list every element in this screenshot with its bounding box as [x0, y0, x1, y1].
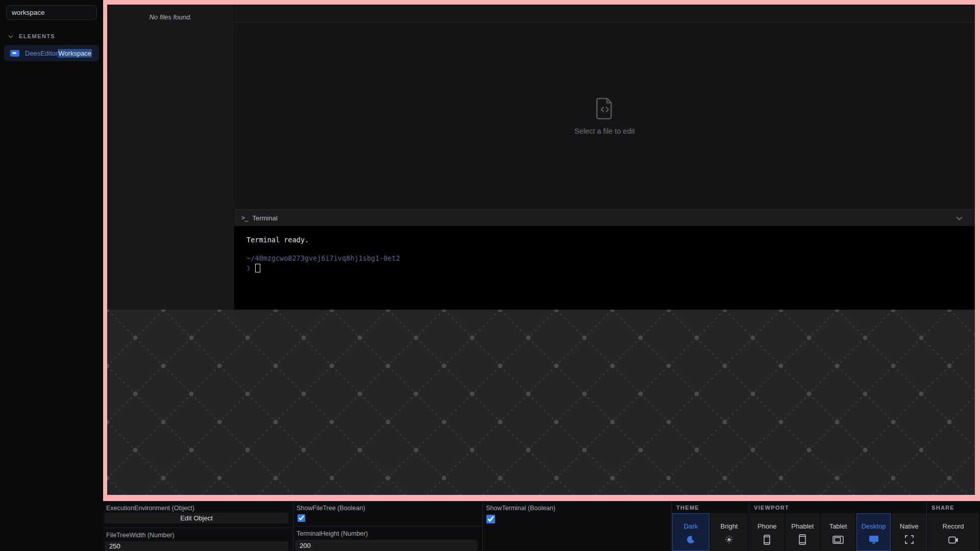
viewport-section-label: VIEWPORT [749, 502, 926, 512]
terminal-collapse-chevron-icon[interactable] [956, 213, 963, 222]
terminal-output[interactable]: Terminal ready. ~/40mzgcwo8273gvej6i7ivq… [234, 226, 975, 310]
editor-empty-state: Select a file to edit [234, 22, 975, 209]
file-tree-width-input[interactable] [105, 541, 288, 551]
demo-background-pattern [107, 310, 975, 495]
property-label-execution-environment: ExecutionEnvironment (Object) [105, 502, 288, 512]
share-record-button[interactable]: Record [927, 513, 979, 551]
chevron-down-icon [8, 35, 13, 38]
elements-section-label: ELEMENTS [19, 33, 55, 39]
property-label-show-terminal: ShowTerminal (Boolean) [484, 502, 667, 512]
file-code-icon [595, 96, 615, 120]
viewport-tablet-label: Tablet [829, 522, 847, 530]
terminal-ready-line: Terminal ready. [247, 235, 963, 244]
element-catalog-sidebar: ELEMENTS DeesEditorWorkspace [0, 0, 103, 551]
terminal-prompt-char: ❯ [247, 263, 251, 272]
editor-tab-bar [234, 5, 975, 22]
viewport-phone-button[interactable]: Phone [750, 513, 785, 551]
phone-icon [764, 535, 770, 545]
component-icon [10, 50, 19, 57]
viewport-tablet-button[interactable]: Tablet [821, 513, 855, 551]
terminal-header[interactable]: >_ Terminal [234, 209, 975, 226]
viewport-desktop-label: Desktop [862, 522, 886, 530]
sidebar-item-deeseditorworkspace[interactable]: DeesEditorWorkspace [4, 45, 99, 61]
terminal-title: Terminal [252, 214, 277, 222]
theme-dark-button[interactable]: Dark [672, 513, 709, 551]
sidebar-item-label-text: DeesEditor [25, 49, 58, 57]
fullscreen-corners-icon [905, 535, 914, 545]
viewport-phablet-label: Phablet [791, 522, 814, 530]
desktop-monitor-icon [869, 535, 879, 545]
phablet-icon [799, 535, 806, 545]
share-section-label: SHARE [927, 502, 980, 512]
share-record-label: Record [943, 522, 964, 530]
sidebar-item-label: DeesEditorWorkspace [25, 49, 92, 57]
theme-bright-button[interactable]: Bright [710, 513, 748, 551]
viewport-phablet-button[interactable]: Phablet [786, 513, 820, 551]
sidebar-item-label-match: Workspace [58, 49, 92, 58]
search-input[interactable] [6, 5, 97, 20]
theme-dark-label: Dark [684, 522, 698, 530]
file-tree-empty-message: No files found. [107, 13, 234, 21]
edit-object-button[interactable]: Edit Object [105, 513, 288, 523]
video-record-icon [948, 535, 959, 545]
terminal-cursor [255, 264, 260, 272]
properties-panel: ExecutionEnvironment (Object) Edit Objec… [103, 501, 980, 551]
terminal-cwd-line: ~/40mzgcwo8273gvej6i7ivq8hj1sbg1-0et2 [247, 254, 963, 263]
sun-icon [725, 535, 733, 545]
viewport-native-button[interactable]: Native [892, 513, 926, 551]
property-label-terminal-height: TerminalHeight (Number) [295, 527, 478, 537]
property-label-file-tree-width: FileTreeWidth (Number) [105, 528, 288, 539]
viewport-phone-label: Phone [757, 522, 777, 530]
property-label-show-file-tree: ShowFileTree (Boolean) [295, 502, 478, 512]
terminal-height-input[interactable] [295, 540, 478, 551]
show-file-tree-checkbox[interactable] [297, 514, 306, 522]
show-terminal-checkbox[interactable] [486, 515, 495, 523]
tablet-icon [832, 535, 844, 545]
editor-placeholder-text: Select a file to edit [574, 127, 635, 135]
moon-icon [687, 535, 695, 545]
file-tree-panel: No files found. [107, 5, 234, 310]
theme-section-label: THEME [672, 502, 749, 512]
viewport-desktop-button[interactable]: Desktop [856, 513, 891, 551]
viewport-native-label: Native [900, 522, 919, 530]
theme-bright-label: Bright [721, 522, 738, 530]
component-preview-frame: No files found. Select a file to edit >_… [103, 0, 980, 501]
dees-editor-workspace: No files found. Select a file to edit >_… [107, 5, 975, 310]
terminal-prompt-icon: >_ [241, 214, 248, 221]
elements-section-header[interactable]: ELEMENTS [0, 31, 103, 41]
